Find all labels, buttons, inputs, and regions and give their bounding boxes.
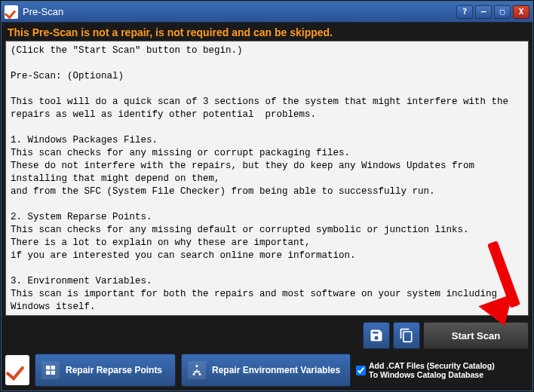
minimize-button[interactable]: — <box>475 5 492 19</box>
save-button[interactable] <box>363 322 390 349</box>
actionbar: Start Scan <box>5 322 529 349</box>
grid-icon <box>41 361 60 379</box>
output-textarea[interactable] <box>5 41 529 316</box>
titlebar-buttons: ? — ▢ X <box>456 5 529 19</box>
help-button[interactable]: ? <box>456 5 473 19</box>
add-cat-label: Add .CAT Files (Security Catalog) To Win… <box>369 361 505 379</box>
tree-icon <box>188 361 206 379</box>
repair-reparse-button[interactable]: Repair Reparse Points <box>35 354 176 387</box>
start-scan-button[interactable]: Start Scan <box>423 322 529 349</box>
repair-env-label: Repair Environment Variables <box>212 365 340 375</box>
close-button[interactable]: X <box>513 5 529 19</box>
copy-button[interactable] <box>393 322 420 349</box>
add-cat-checkbox[interactable] <box>356 366 366 375</box>
repair-reparse-label: Repair Reparse Points <box>66 365 162 375</box>
maximize-button[interactable]: ▢ <box>494 5 511 19</box>
output-wrap <box>5 41 529 319</box>
window: Pre-Scan ? — ▢ X This Pre-Scan is not a … <box>1 1 533 391</box>
app-icon <box>5 5 18 19</box>
clipboard-icon <box>5 355 29 385</box>
window-title: Pre-Scan <box>23 6 456 17</box>
bottombar: Repair Reparse Points Repair Environment… <box>5 354 529 387</box>
copy-icon <box>399 328 414 343</box>
save-icon <box>369 328 384 343</box>
repair-env-button[interactable]: Repair Environment Variables <box>181 354 351 387</box>
hint-text: This Pre-Scan is not a repair, is not re… <box>2 23 532 41</box>
titlebar: Pre-Scan ? — ▢ X <box>2 2 532 23</box>
add-cat-checkbox-wrap[interactable]: Add .CAT Files (Security Catalog) To Win… <box>356 361 505 379</box>
